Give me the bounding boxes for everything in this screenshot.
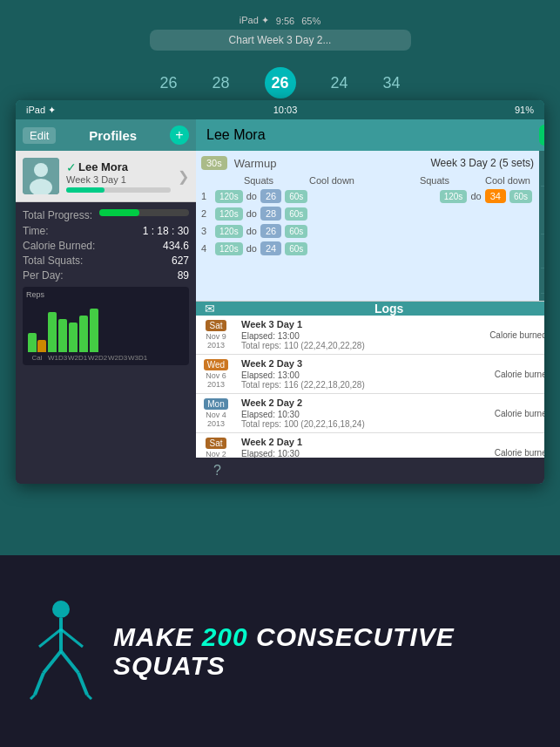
svg-point-3 [52, 601, 70, 618]
profile-progress-bar [66, 187, 171, 193]
bar-group-w2d2 [69, 323, 78, 352]
cell-reps-4: 24 [260, 241, 281, 255]
nav-week4[interactable]: Week 4 [541, 268, 544, 294]
bar-group-w3d1 [90, 309, 98, 352]
mail-icon: ✉ [205, 302, 215, 316]
svg-line-10 [78, 673, 87, 695]
day-option-5[interactable]: 34 [383, 74, 401, 92]
bar-group-w2d1 [58, 319, 67, 352]
add-profile-button[interactable]: + [170, 126, 189, 145]
day-option-4[interactable]: 24 [331, 74, 348, 92]
ipad-screen: iPad ✦ 10:03 91% Edit Profiles + [16, 100, 544, 484]
sidebar: Edit Profiles + ✓ Lee Mora [16, 119, 196, 484]
log-entry-1[interactable]: Sat Nov 92013 Week 3 Day 1 Elapsed: 13:0… [196, 316, 544, 355]
ipad-content: Edit Profiles + ✓ Lee Mora [16, 119, 544, 484]
url-text: Chart Week 3 Day 2... [229, 34, 332, 46]
log-entry-2[interactable]: Wed Nov 62013 Week 2 Day 3 Elapsed: 13:0… [196, 355, 544, 394]
total-progress-label: Total Progress: [23, 209, 92, 221]
go-button[interactable]: GO [539, 125, 544, 146]
svg-line-5 [39, 629, 61, 647]
log-calories-1: Calorie burned: 100.9 [486, 327, 544, 343]
squat-figure [26, 599, 96, 703]
svg-line-6 [61, 629, 83, 647]
nav-week3-day1[interactable]: Week 3 Day 1 [541, 153, 544, 187]
profile-progress-fill [66, 187, 105, 193]
log-body-3: Week 2 Day 2 Elapsed: 10:30 Total reps: … [236, 394, 486, 432]
day-option-1[interactable]: 26 [159, 74, 177, 92]
log-entry-3[interactable]: Mon Nov 42013 Week 2 Day 2 Elapsed: 10:3… [196, 394, 544, 433]
cell-do-4: do [246, 243, 257, 254]
day-option-2[interactable]: 28 [212, 74, 229, 92]
calorie-row: Calorie Burned: 434.6 [23, 240, 189, 252]
table-row-4: 4 120s do 24 60s [201, 241, 534, 255]
svg-line-11 [30, 695, 35, 699]
profile-item[interactable]: ✓ Lee Mora Week 3 Day 1 ❯ [16, 151, 196, 202]
promo-text: MAKE 200 CONSECUTIVE SQUATS [113, 622, 534, 680]
day-option-3-active[interactable]: 26 [265, 67, 296, 98]
cell-reps-3: 26 [260, 224, 281, 238]
svg-line-9 [35, 673, 44, 695]
time-row: Time: 1 : 18 : 30 [23, 225, 189, 237]
cell-set5-cooldown: 60s [509, 190, 532, 203]
nav-arrow-icon: › [543, 216, 544, 230]
nav-week3-day3-sub: Day 3 [543, 247, 544, 255]
cell-time-1-1: 120s [215, 190, 243, 203]
promo-section: MAKE 200 CONSECUTIVE SQUATS [0, 555, 560, 747]
chart-bars-container [26, 301, 186, 352]
log-elapsed-1: Elapsed: 13:00 [241, 331, 476, 341]
chart-label-w2d2: W2D2 [88, 354, 106, 362]
total-progress-container [99, 209, 189, 216]
log-body-1: Week 3 Day 1 Elapsed: 13:00 Total reps: … [236, 316, 481, 354]
profile-subtitle: Week 3 Day 1 [66, 174, 171, 185]
perday-label: Per Day: [23, 269, 64, 282]
ipad-battery: 91% [515, 105, 534, 115]
table-row-2: 2 120s do 28 60s [201, 207, 534, 221]
log-date-3: Nov 42013 [206, 411, 226, 428]
main-header: Lee Mora GO [196, 119, 544, 151]
url-bar[interactable]: Chart Week 3 Day 2... [150, 30, 411, 51]
promo-squats: SQUATS [113, 651, 226, 680]
nav-week3-day2[interactable]: Week 3 Day 2 › [541, 187, 544, 234]
nav-week3-day1-label: Week 3 [543, 156, 544, 165]
time-label: Time: [23, 225, 49, 237]
chart-label-cal: Cal [28, 354, 46, 362]
day-selector: 26 28 26 24 34 [0, 61, 560, 105]
log-workout-2: Week 2 Day 3 [241, 358, 481, 369]
question-icon[interactable]: ? [213, 463, 221, 479]
perday-value: 89 [178, 269, 189, 282]
profile-name: Lee Mora [78, 160, 128, 173]
bar-green-w2d3 [79, 316, 88, 352]
col-spacer [361, 175, 388, 186]
nav-week3-day3[interactable]: Week 3 Day 3 [541, 234, 544, 268]
log-workout-4: Week 2 Day 1 [241, 437, 481, 447]
edit-button[interactable]: Edit [23, 127, 56, 144]
promo-accent-200: 200 [202, 622, 248, 651]
browser-time: 9:56 [276, 16, 294, 26]
log-elapsed-2: Elapsed: 13:00 [241, 370, 481, 380]
nav-week4-label: Week 4 [543, 272, 544, 281]
profile-chevron-icon: ❯ [178, 168, 189, 185]
chart-label-w2d3: W2D3 [108, 354, 126, 362]
cell-set5-reps: 34 [485, 189, 506, 203]
workout-table: 30s Warmup Week 3 Day 2 (5 sets) Squats … [196, 151, 539, 301]
cell-reps-2: 28 [260, 207, 281, 221]
warmup-label: Warmup [234, 157, 277, 170]
row-num-4: 4 [201, 243, 213, 254]
cell-time-3-1: 120s [215, 225, 243, 238]
profile-info: ✓ Lee Mora Week 3 Day 1 [66, 160, 171, 193]
table-row-1: 1 120s do 26 60s 120s do 34 60s [201, 189, 534, 203]
browser-battery: 65% [301, 16, 320, 26]
log-elapsed-3: Elapsed: 10:30 [241, 410, 481, 419]
log-day-2: Wed [204, 359, 228, 370]
stats-area: Total Progress: Time: 1 : 18 : 30 Calori… [16, 202, 196, 484]
col-cooldown2: Cool down [482, 175, 534, 186]
log-right-2: Calorie burned: 94.1 [486, 355, 544, 393]
log-workout-1: Week 3 Day 1 [241, 319, 476, 329]
nav-week3-day2-sub: Day 2 [543, 199, 544, 207]
time-value: 1 : 18 : 30 [143, 225, 189, 237]
cell-cooldown-3: 60s [285, 225, 307, 238]
bar-group-cal [28, 333, 46, 352]
bar-green-cal [28, 333, 37, 352]
cell-do-2: do [246, 208, 257, 219]
logs-header: ✉ Logs Edit [196, 302, 544, 316]
